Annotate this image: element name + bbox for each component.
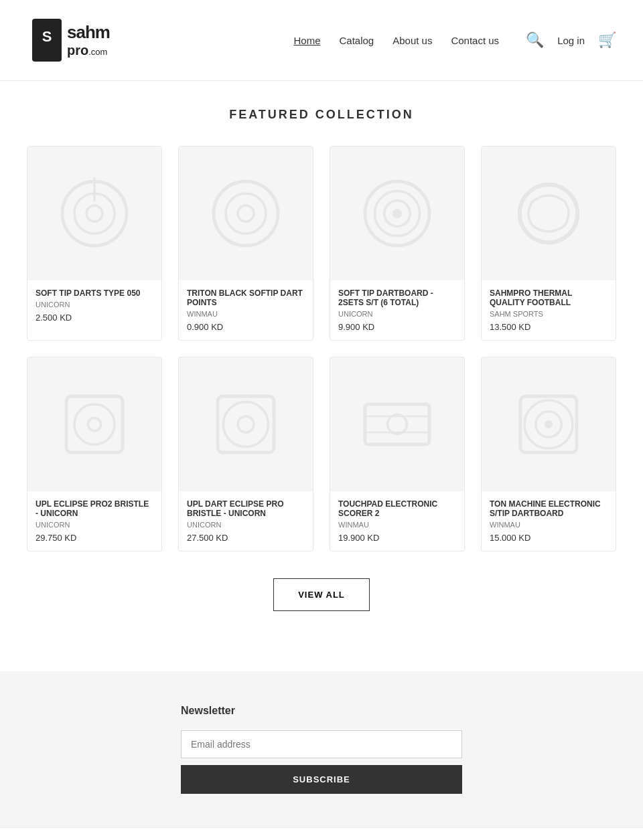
product-name: UPL DART ECLIPSE PRO BRISTLE - UNICORN: [187, 499, 305, 518]
header-actions: 🔍 Log in 🛒: [526, 31, 616, 49]
svg-point-12: [392, 209, 402, 218]
product-brand: UNICORN: [187, 521, 305, 529]
product-image-5: [179, 357, 313, 491]
logo-icon: S: [27, 16, 67, 64]
view-all-wrap: VIEW ALL: [27, 578, 616, 611]
product-brand: WINMAU: [490, 521, 608, 529]
nav-catalog[interactable]: Catalog: [339, 35, 374, 46]
nav-home[interactable]: Home: [293, 35, 320, 46]
search-icon: 🔍: [526, 31, 544, 48]
newsletter-title: Newsletter: [181, 705, 462, 717]
product-price: 13.500 KD: [490, 322, 608, 332]
cart-link[interactable]: 🛒: [598, 31, 616, 49]
product-name: TOUCHPAD ELECTRONIC SCORER 2: [338, 499, 456, 518]
product-card[interactable]: TRITON BLACK SOFTIP DART POINTS WINMAU 0…: [178, 146, 313, 341]
product-card[interactable]: SOFT TIP DARTBOARD - 2sets S/T (6 Total)…: [330, 146, 465, 341]
svg-point-27: [545, 420, 553, 428]
product-info: SOFT TIP DARTS TYPE 050 UNICORN 2.500 KD: [27, 280, 161, 331]
product-info: TOUCHPAD ELECTRONIC SCORER 2 WINMAU 19.9…: [330, 491, 464, 551]
product-image-3: [482, 147, 616, 280]
cart-icon: 🛒: [598, 31, 616, 48]
svg-point-7: [226, 193, 266, 234]
logo-sahm: sahm: [67, 22, 110, 43]
product-brand: UNICORN: [35, 301, 153, 309]
svg-point-4: [86, 205, 102, 222]
svg-point-6: [214, 181, 278, 246]
product-brand: WINMAU: [338, 521, 456, 529]
svg-point-21: [388, 415, 407, 434]
search-button[interactable]: 🔍: [526, 31, 544, 49]
product-name: SOFT TIP DARTBOARD - 2sets S/T (6 Total): [338, 288, 456, 307]
main-nav: Home Catalog About us Contact us: [293, 35, 499, 46]
svg-point-18: [223, 402, 268, 446]
svg-rect-17: [218, 396, 274, 452]
product-price: 29.750 KD: [35, 533, 153, 543]
login-link[interactable]: Log in: [557, 35, 585, 46]
product-price: 2.500 KD: [35, 313, 153, 323]
product-image-4: [27, 357, 161, 491]
product-price: 15.000 KD: [490, 533, 608, 543]
product-price: 9.900 KD: [338, 322, 456, 332]
product-image-6: [330, 357, 464, 491]
product-info: SOFT TIP DARTBOARD - 2sets S/T (6 Total)…: [330, 280, 464, 340]
product-image-1: [179, 147, 313, 280]
nav-contact[interactable]: Contact us: [451, 35, 499, 46]
product-card[interactable]: TON MACHINE ELECTRONIC S/TIP DARTBOARD W…: [481, 357, 616, 552]
email-input[interactable]: [181, 730, 462, 758]
svg-point-15: [74, 404, 115, 444]
product-brand: UNICORN: [35, 521, 153, 529]
product-image-7: [482, 357, 616, 491]
product-price: 0.900 KD: [187, 322, 305, 332]
product-brand: SAHM SPORTS: [490, 310, 608, 318]
product-card[interactable]: UPL ECLIPSE PRO2 BRISTLE - UNICORN UNICO…: [27, 357, 162, 552]
product-info: UPL ECLIPSE PRO2 BRISTLE - UNICORN UNICO…: [27, 491, 161, 551]
newsletter-section: Newsletter SUBSCRIBE: [0, 671, 643, 827]
product-name: Sahmpro Thermal Quality Football: [490, 288, 608, 307]
product-image-2: [330, 147, 464, 280]
logo-area[interactable]: S sahm pro.com: [27, 13, 134, 67]
product-card[interactable]: SOFT TIP DARTS TYPE 050 UNICORN 2.500 KD: [27, 146, 162, 341]
product-info: TRITON BLACK SOFTIP DART POINTS WINMAU 0…: [179, 280, 313, 340]
product-info: UPL DART ECLIPSE PRO BRISTLE - UNICORN U…: [179, 491, 313, 551]
product-name: SOFT TIP DARTS TYPE 050: [35, 288, 153, 298]
view-all-button[interactable]: VIEW ALL: [273, 578, 370, 611]
featured-title: FEATURED COLLECTION: [27, 108, 616, 122]
site-header: S sahm pro.com Home Catalog About us Con…: [0, 0, 643, 81]
product-name: UPL ECLIPSE PRO2 BRISTLE - UNICORN: [35, 499, 153, 518]
site-footer: © 2023, Sahm Sports , Powered by Shopify: [0, 827, 643, 840]
product-info: Sahmpro Thermal Quality Football SAHM SP…: [482, 280, 616, 340]
subscribe-button[interactable]: SUBSCRIBE: [181, 765, 462, 794]
svg-rect-20: [365, 404, 429, 444]
svg-point-8: [238, 205, 254, 222]
product-brand: WINMAU: [187, 310, 305, 318]
logo-pro: pro.com: [67, 43, 110, 58]
svg-point-19: [238, 416, 254, 432]
product-card[interactable]: Sahmpro Thermal Quality Football SAHM SP…: [481, 146, 616, 341]
product-image-0: [27, 147, 161, 280]
product-card[interactable]: UPL DART ECLIPSE PRO BRISTLE - UNICORN U…: [178, 357, 313, 552]
product-name: TRITON BLACK SOFTIP DART POINTS: [187, 288, 305, 307]
product-brand: UNICORN: [338, 310, 456, 318]
product-price: 19.900 KD: [338, 533, 456, 543]
nav-about[interactable]: About us: [392, 35, 432, 46]
product-card[interactable]: TOUCHPAD ELECTRONIC SCORER 2 WINMAU 19.9…: [330, 357, 465, 552]
svg-point-16: [88, 418, 100, 430]
product-info: TON MACHINE ELECTRONIC S/TIP DARTBOARD W…: [482, 491, 616, 551]
product-grid: SOFT TIP DARTS TYPE 050 UNICORN 2.500 KD…: [27, 146, 616, 552]
svg-text:S: S: [42, 28, 52, 45]
product-price: 27.500 KD: [187, 533, 305, 543]
main-content: FEATURED COLLECTION SOFT TIP DARTS TYPE …: [13, 81, 630, 671]
product-name: TON MACHINE ELECTRONIC S/TIP DARTBOARD: [490, 499, 608, 518]
